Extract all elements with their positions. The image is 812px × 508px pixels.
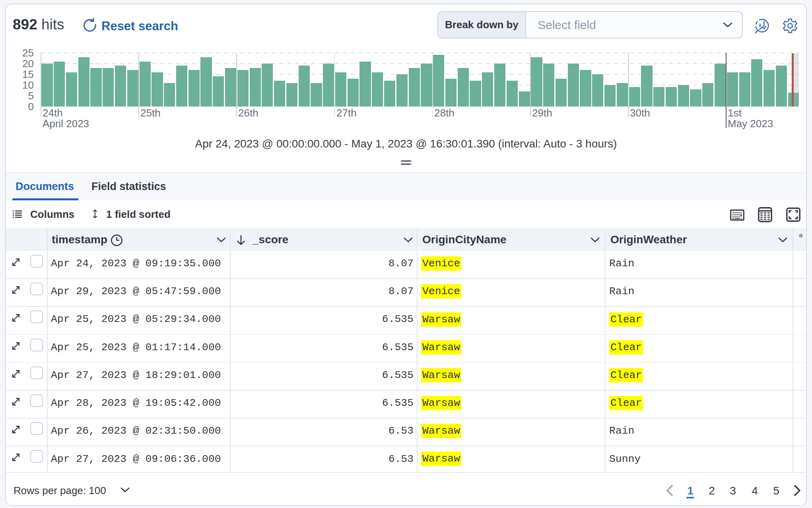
- svg-text:20: 20: [22, 58, 34, 70]
- svg-text:28th: 28th: [434, 107, 455, 119]
- svg-text:24th: 24th: [43, 107, 63, 119]
- svg-text:0: 0: [28, 101, 34, 112]
- svg-text:May 2023: May 2023: [728, 118, 773, 130]
- svg-text:30th: 30th: [630, 107, 650, 119]
- svg-text:10: 10: [22, 79, 34, 91]
- svg-text:April 2023: April 2023: [43, 118, 89, 130]
- svg-text:1st: 1st: [728, 107, 742, 119]
- svg-text:27th: 27th: [336, 107, 357, 119]
- svg-text:25: 25: [22, 47, 34, 59]
- svg-text:15: 15: [22, 68, 34, 80]
- svg-text:26th: 26th: [238, 107, 258, 119]
- svg-text:25th: 25th: [140, 107, 161, 119]
- svg-text:29th: 29th: [532, 107, 552, 119]
- svg-text:5: 5: [28, 90, 34, 102]
